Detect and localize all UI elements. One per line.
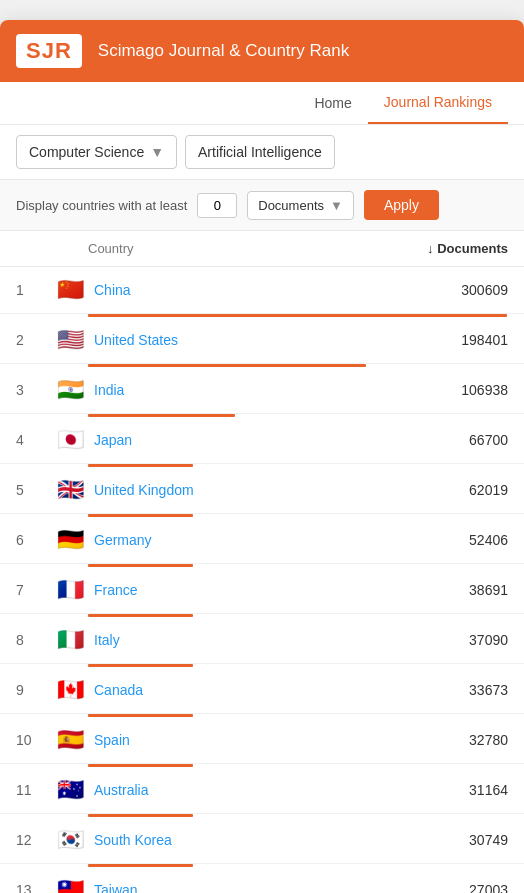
apply-button[interactable]: Apply [364,190,439,220]
table-row: 2 🇺🇸 United States 198401 [0,317,524,364]
table-row: 4 🇯🇵 Japan 66700 [0,417,524,464]
table-row: 9 🇨🇦 Canada 33673 [0,667,524,714]
col-country-header: Country [88,241,427,256]
country-name[interactable]: China [94,282,438,298]
country-flag: 🇺🇸 [57,329,84,351]
rank-number: 6 [16,532,52,548]
min-docs-input[interactable] [197,193,237,218]
flag-cell: 🇪🇸 [52,729,88,751]
table-row: 12 🇰🇷 South Korea 30749 [0,817,524,864]
country-flag: 🇮🇹 [57,629,84,651]
doc-count: 27003 [438,882,508,893]
display-label: Display countries with at least [16,198,187,213]
country-flag: 🇯🇵 [57,429,84,451]
country-name[interactable]: South Korea [94,832,438,848]
country-name[interactable]: United States [94,332,438,348]
rank-number: 1 [16,282,52,298]
flag-cell: 🇨🇦 [52,679,88,701]
app-title: Scimago Journal & Country Rank [98,41,349,61]
country-flag: 🇨🇦 [57,679,84,701]
rank-number: 9 [16,682,52,698]
table-body: 1 🇨🇳 China 300609 2 🇺🇸 United States 198… [0,267,524,893]
nav-bar: Home Journal Rankings [0,82,524,125]
app-container: SJR Scimago Journal & Country Rank Home … [0,20,524,893]
subcategory-tag: Artificial Intelligence [185,135,335,169]
category-chevron-icon: ▼ [150,144,164,160]
rank-number: 2 [16,332,52,348]
flag-cell: 🇮🇳 [52,379,88,401]
table-row: 3 🇮🇳 India 106938 [0,367,524,414]
table-row: 10 🇪🇸 Spain 32780 [0,717,524,764]
nav-journal-rankings[interactable]: Journal Rankings [368,82,508,124]
flag-cell: 🇹🇼 [52,879,88,893]
table-row: 6 🇩🇪 Germany 52406 [0,517,524,564]
table-row: 5 🇬🇧 United Kingdom 62019 [0,467,524,514]
country-flag: 🇪🇸 [57,729,84,751]
flag-cell: 🇯🇵 [52,429,88,451]
flag-cell: 🇨🇳 [52,279,88,301]
rank-number: 7 [16,582,52,598]
flag-cell: 🇫🇷 [52,579,88,601]
table-row: 1 🇨🇳 China 300609 [0,267,524,314]
display-row: Display countries with at least Document… [0,180,524,231]
flag-cell: 🇦🇺 [52,779,88,801]
rank-number: 12 [16,832,52,848]
country-flag: 🇬🇧 [57,479,84,501]
sort-chevron-icon: ▼ [330,198,343,213]
sort-label: Documents [258,198,324,213]
country-flag: 🇮🇳 [57,379,84,401]
doc-count: 30749 [438,832,508,848]
country-name[interactable]: France [94,582,438,598]
doc-count: 32780 [438,732,508,748]
table-row: 13 🇹🇼 Taiwan 27003 [0,867,524,893]
doc-count: 38691 [438,582,508,598]
logo: SJR [16,34,82,68]
country-name[interactable]: India [94,382,438,398]
col-docs-label: ↓ Documents [427,241,508,256]
col-docs-header[interactable]: ↓ Documents [427,241,508,256]
table-row: 8 🇮🇹 Italy 37090 [0,617,524,664]
country-flag: 🇨🇳 [57,279,84,301]
nav-home[interactable]: Home [298,83,367,123]
rank-number: 4 [16,432,52,448]
country-flag: 🇫🇷 [57,579,84,601]
doc-count: 106938 [438,382,508,398]
doc-count: 66700 [438,432,508,448]
table-row: 11 🇦🇺 Australia 31164 [0,767,524,814]
sort-dropdown[interactable]: Documents ▼ [247,191,354,220]
country-name[interactable]: Taiwan [94,882,438,893]
country-flag: 🇩🇪 [57,529,84,551]
category-dropdown[interactable]: Computer Science ▼ [16,135,177,169]
flag-cell: 🇩🇪 [52,529,88,551]
country-name[interactable]: Germany [94,532,438,548]
rank-number: 8 [16,632,52,648]
flag-cell: 🇺🇸 [52,329,88,351]
table-header: Country ↓ Documents [0,231,524,267]
doc-count: 37090 [438,632,508,648]
doc-count: 198401 [438,332,508,348]
rank-number: 13 [16,882,52,893]
category-label: Computer Science [29,144,144,160]
country-flag: 🇹🇼 [57,879,84,893]
flag-cell: 🇮🇹 [52,629,88,651]
flag-cell: 🇰🇷 [52,829,88,851]
doc-count: 62019 [438,482,508,498]
flag-cell: 🇬🇧 [52,479,88,501]
filter-row: Computer Science ▼ Artificial Intelligen… [0,125,524,180]
country-name[interactable]: Canada [94,682,438,698]
rank-number: 11 [16,782,52,798]
country-name[interactable]: Japan [94,432,438,448]
country-name[interactable]: Spain [94,732,438,748]
doc-count: 33673 [438,682,508,698]
table-row: 7 🇫🇷 France 38691 [0,567,524,614]
doc-count: 31164 [438,782,508,798]
country-name[interactable]: United Kingdom [94,482,438,498]
rank-number: 10 [16,732,52,748]
country-name[interactable]: Australia [94,782,438,798]
rank-number: 3 [16,382,52,398]
doc-count: 52406 [438,532,508,548]
country-flag: 🇦🇺 [57,779,84,801]
country-flag: 🇰🇷 [57,829,84,851]
header: SJR Scimago Journal & Country Rank [0,20,524,82]
country-name[interactable]: Italy [94,632,438,648]
